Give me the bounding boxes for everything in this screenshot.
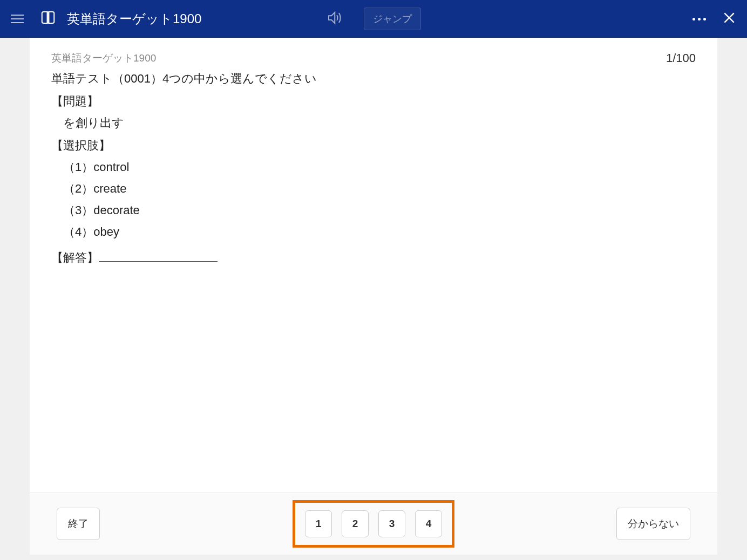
footer-bar: 終了 1 2 3 4 分からない: [30, 493, 717, 555]
header-title: 英単語ターゲット1900: [67, 10, 201, 28]
page-counter: 1/100: [666, 51, 696, 65]
more-icon[interactable]: [692, 18, 706, 21]
unknown-button[interactable]: 分からない: [616, 508, 690, 540]
highlight-box: 1 2 3 4: [293, 500, 454, 548]
app-header: 英単語ターゲット1900 ジャンプ: [0, 0, 747, 38]
answer-button-1[interactable]: 1: [305, 510, 332, 537]
answer-button-4[interactable]: 4: [415, 510, 442, 537]
option-3: （3）decorate: [63, 202, 696, 218]
menu-icon[interactable]: [11, 15, 24, 23]
choices-label: 【選択肢】: [51, 138, 696, 154]
option-2: （2）create: [63, 181, 696, 197]
answer-row: 【解答】: [51, 250, 696, 266]
option-4: （4）obey: [63, 224, 696, 240]
question-text: を創り出す: [63, 115, 696, 131]
answer-label: 【解答】: [51, 250, 99, 266]
sound-icon[interactable]: [326, 10, 342, 28]
question-label: 【問題】: [51, 93, 696, 110]
close-icon[interactable]: [722, 11, 736, 27]
answer-button-3[interactable]: 3: [378, 510, 405, 537]
answer-buttons-group: 1 2 3 4: [293, 500, 454, 548]
book-icon: [40, 10, 56, 28]
answer-button-2[interactable]: 2: [342, 510, 369, 537]
option-1: （1）control: [63, 159, 696, 175]
header-center-controls: ジャンプ: [326, 8, 421, 30]
exit-button[interactable]: 終了: [57, 508, 100, 540]
breadcrumb: 英単語ターゲット1900: [51, 51, 156, 65]
question-content: 英単語ターゲット1900 1/100 単語テスト（0001）4つの中から選んでく…: [30, 38, 717, 493]
jump-button[interactable]: ジャンプ: [364, 8, 421, 30]
instruction-text: 単語テスト（0001）4つの中から選んでください: [51, 71, 696, 87]
answer-blank-line: [99, 261, 218, 262]
header-right: [692, 11, 736, 27]
